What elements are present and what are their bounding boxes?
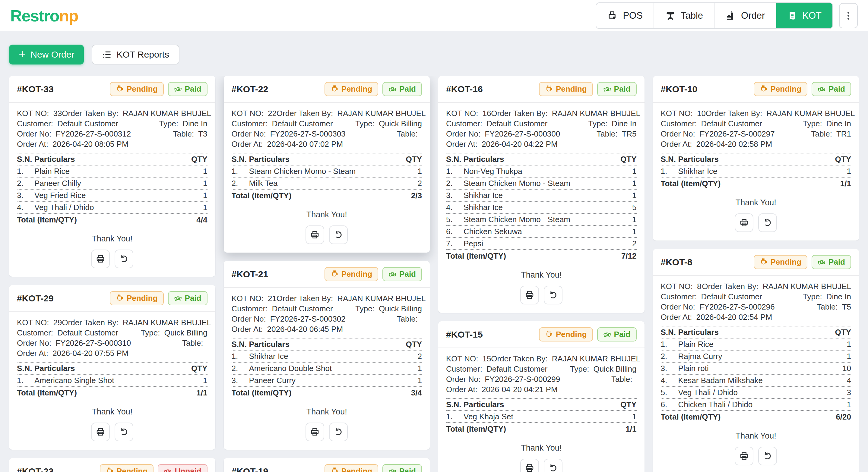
kot-card: #KOT-8PendingPaidKOT NO:8Order Taken By:… bbox=[653, 249, 859, 472]
order-no: Order No:FY2026-27-S-000302 bbox=[231, 314, 346, 324]
customer: Customer:Default Customer bbox=[661, 292, 762, 302]
nav-item-kot[interactable]: KOT bbox=[776, 3, 832, 28]
order-at: Order At:2026-04-20 02:54 PM bbox=[661, 312, 772, 322]
pending-badge: Pending bbox=[110, 291, 164, 305]
print-button[interactable] bbox=[520, 459, 539, 472]
total-label: Total (Item/QTY) bbox=[17, 387, 180, 399]
paid-badge: Paid bbox=[382, 464, 422, 472]
order-taken-by-value: RAJAN KUMAR BHUJEL bbox=[763, 281, 851, 292]
kot-card-header: #KOT-21PendingPaid bbox=[224, 261, 430, 288]
items-table-header: S.N.ParticularsQTY bbox=[17, 153, 208, 165]
print-button[interactable] bbox=[306, 226, 324, 244]
print-button[interactable] bbox=[91, 249, 110, 268]
refresh-button[interactable] bbox=[544, 459, 562, 472]
table-no-value: T5 bbox=[842, 302, 851, 312]
item-sn: 2. bbox=[231, 177, 249, 189]
item-sn: 4. bbox=[661, 375, 678, 386]
item-name: Americano Double Shot bbox=[249, 363, 395, 374]
new-order-button[interactable]: + New Order bbox=[9, 45, 84, 65]
col-qty: QTY bbox=[824, 154, 851, 165]
col-qty: QTY bbox=[610, 399, 637, 410]
item-qty: 1 bbox=[395, 166, 422, 177]
coffee-cup-icon bbox=[106, 467, 114, 472]
kot-card-title: #KOT-16 bbox=[446, 84, 483, 94]
total-label: Total (Item/QTY) bbox=[661, 177, 824, 190]
refresh-button[interactable] bbox=[115, 249, 133, 268]
refresh-button[interactable] bbox=[329, 423, 348, 441]
customer-label: Customer: bbox=[17, 328, 53, 338]
customer-value: Default Customer bbox=[57, 119, 118, 129]
order-no-value: FY2026-27-S-000303 bbox=[270, 129, 346, 139]
item-name: Shikhar Ice bbox=[249, 350, 395, 362]
new-order-label: New Order bbox=[30, 49, 74, 60]
kot-card-title: #KOT-15 bbox=[446, 330, 483, 340]
nav-item-table[interactable]: Table bbox=[654, 3, 714, 28]
print-button[interactable] bbox=[306, 423, 324, 441]
refresh-button[interactable] bbox=[329, 226, 348, 244]
more-menu-button[interactable] bbox=[839, 3, 858, 28]
order-at-value: 2026-04-20 04:21 PM bbox=[482, 384, 558, 395]
refresh-icon bbox=[548, 463, 558, 472]
order-no-value: FY2026-27-S-000302 bbox=[270, 314, 346, 324]
order-info: KOT NO:21Order Taken By:RAJAN KUMAR BHUJ… bbox=[231, 293, 422, 338]
coffee-cup-icon bbox=[116, 85, 124, 93]
order-info: KOT NO:33Order Taken By:RAJAN KUMAR BHUJ… bbox=[17, 108, 208, 153]
total-value: 2/3 bbox=[395, 190, 422, 202]
print-button[interactable] bbox=[91, 423, 110, 441]
order-at-label: Order At: bbox=[661, 139, 692, 149]
refresh-button[interactable] bbox=[758, 447, 777, 465]
nav-item-pos[interactable]: POS bbox=[596, 3, 653, 28]
total-value: 1/1 bbox=[610, 423, 637, 435]
item-qty: 1 bbox=[610, 166, 637, 177]
coffee-cup-icon bbox=[760, 85, 768, 93]
kot-no-value: 8 bbox=[697, 281, 701, 292]
item-sn: 1. bbox=[446, 166, 464, 177]
logo-text-orange: np bbox=[59, 7, 78, 25]
total-value: 4/4 bbox=[180, 214, 208, 226]
nav-item-order[interactable]: Order bbox=[714, 3, 776, 28]
table-no-label: Table: bbox=[182, 338, 203, 348]
item-qty: 1 bbox=[610, 226, 637, 237]
card-actions bbox=[231, 226, 422, 252]
kot-card: #KOT-19PendingPaidKOT NO:19Order Taken B… bbox=[224, 458, 430, 472]
kot-card-title: #KOT-19 bbox=[231, 466, 269, 472]
kot-reports-button[interactable]: KOT Reports bbox=[92, 45, 180, 65]
refresh-button[interactable] bbox=[544, 286, 562, 304]
items-table: S.N.ParticularsQTY1.Plain Rice12.Rajma C… bbox=[661, 326, 851, 423]
order-at-value: 2026-04-20 07:02 PM bbox=[267, 139, 343, 149]
info-row: Customer:Default CustomerType:Dine In bbox=[446, 119, 637, 129]
col-sn: S.N. bbox=[17, 363, 34, 374]
kot-card-header: #KOT-23PendingUnpaid bbox=[9, 458, 215, 472]
kot-no-value: 10 bbox=[697, 108, 706, 119]
print-button[interactable] bbox=[735, 213, 753, 232]
order-taken-by-label: Order Taken By: bbox=[277, 108, 333, 119]
info-row: Order At:2026-04-20 07:02 PM bbox=[231, 139, 422, 149]
customer: Customer:Default Customer bbox=[231, 119, 333, 129]
customer-label: Customer: bbox=[17, 119, 53, 129]
kot-no: KOT NO:29 bbox=[17, 317, 62, 328]
info-row: KOT NO:10Order Taken By:RAJAN KUMAR BHUJ… bbox=[661, 108, 851, 119]
print-button[interactable] bbox=[520, 286, 539, 304]
order-at: Order At:2026-04-20 02:58 PM bbox=[661, 139, 772, 149]
nav-item-pos-label: POS bbox=[623, 10, 642, 21]
print-button[interactable] bbox=[735, 447, 753, 465]
order-type: Type:Quick Billing bbox=[355, 304, 422, 314]
item-name: Plain Rice bbox=[34, 166, 180, 177]
customer-value: Default Customer bbox=[487, 119, 548, 129]
item-name: Pepsi bbox=[464, 238, 610, 249]
kot-no: KOT NO:8 bbox=[661, 281, 702, 292]
order-taken-by-value: RAJAN KUMAR BHUJEL bbox=[123, 317, 211, 328]
order-type-label: Type: bbox=[355, 119, 375, 129]
refresh-button[interactable] bbox=[115, 423, 133, 441]
item-name: Steam Chicken Momo - Steam bbox=[249, 166, 395, 177]
table-no: Table: bbox=[397, 314, 422, 324]
items-table: S.N.ParticularsQTY1.Americano Single Sho… bbox=[17, 362, 208, 399]
kot-no-label: KOT NO: bbox=[446, 353, 478, 364]
refresh-button[interactable] bbox=[758, 213, 777, 232]
total-label: Total (Item/QTY) bbox=[231, 387, 395, 399]
item-sn: 7. bbox=[446, 238, 464, 249]
money-icon bbox=[818, 85, 826, 93]
order-type-label: Type: bbox=[141, 328, 160, 338]
info-row: Customer:Default CustomerType:Dine In bbox=[661, 292, 851, 302]
refresh-icon bbox=[119, 427, 129, 437]
